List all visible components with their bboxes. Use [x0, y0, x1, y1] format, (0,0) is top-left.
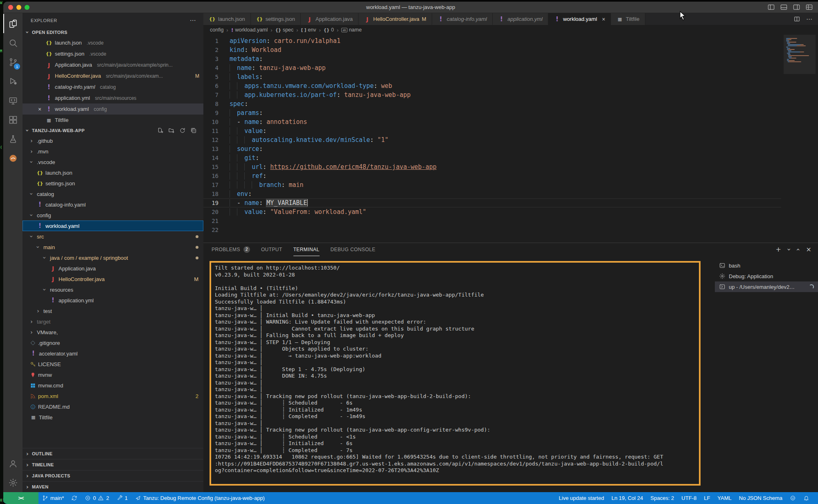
status-yaml[interactable]: YAML — [714, 495, 735, 501]
tree-item[interactable]: ›src — [23, 231, 203, 242]
tree-item[interactable]: ›.vscode — [23, 157, 203, 167]
code-line[interactable]: 2kind: Workload — [203, 45, 781, 54]
layout-grid-button[interactable] — [805, 3, 813, 11]
terminal-list-item[interactable]: Debug: Application — [715, 271, 818, 281]
tab-catalog-info-yaml[interactable]: !catalog-info.yaml — [432, 13, 493, 25]
panel-tab-problems[interactable]: PROBLEMS2 — [212, 243, 250, 256]
breadcrumb-item[interactable]: [ ]env — [301, 27, 316, 33]
activity-explorer-button[interactable] — [3, 14, 23, 33]
tree-item[interactable]: {}launch.json — [23, 167, 203, 178]
status-branch[interactable]: main* — [38, 492, 68, 504]
sidebar-section-java-projects[interactable]: ›JAVA PROJECTS — [23, 470, 203, 481]
new-folder-button[interactable] — [168, 127, 175, 134]
tab-application-java[interactable]: JApplication.java — [301, 13, 358, 25]
close-icon[interactable]: × — [602, 16, 605, 22]
tree-item[interactable]: mvnw — [23, 369, 203, 380]
terminal-output[interactable]: Tilt started on http://localhost:10350/ … — [215, 265, 695, 474]
open-editor-item[interactable]: ×JHelloController.javasrc/main/java/com/… — [23, 70, 203, 81]
close-icon[interactable]: × — [36, 106, 43, 112]
tree-item[interactable]: ›catalog — [23, 189, 203, 199]
more-actions-button[interactable]: ⋯ — [806, 16, 812, 23]
tree-item[interactable]: ›main — [23, 242, 203, 252]
activity-extensions-button[interactable] — [3, 110, 23, 129]
breadcrumb-item[interactable]: {}0 — [324, 27, 334, 33]
tree-item[interactable]: ›.mvn — [23, 146, 203, 157]
code-line[interactable]: 21 — [203, 216, 781, 225]
tab-settings-json[interactable]: {}settings.json — [251, 13, 301, 25]
status-ln-19-col-24[interactable]: Ln 19, Col 24 — [608, 495, 647, 501]
code-line[interactable]: 12 autoscaling.knative.dev/minScale: "1" — [203, 135, 781, 144]
tree-item[interactable]: ≡Tiltfile — [23, 412, 203, 423]
status-no-json-schema[interactable]: No JSON Schema — [735, 495, 786, 501]
tab-application-yml[interactable]: !application.yml — [493, 13, 548, 25]
code-line[interactable]: 7 app.kubernetes.io/part-of: tanzu-java-… — [203, 90, 781, 99]
code-line[interactable]: 8spec: — [203, 99, 781, 108]
breadcrumb-item[interactable]: abname — [341, 27, 362, 33]
sidebar-section-outline[interactable]: ›OUTLINE — [23, 448, 203, 459]
code-line[interactable]: 9 params: — [203, 108, 781, 117]
tree-item[interactable]: ›test — [23, 306, 203, 316]
project-section-header[interactable]: › TANZU-JAVA-WEB-APP — [23, 126, 203, 135]
code-line[interactable]: 20 value: "ValueFrom: workload.yaml" — [203, 207, 781, 216]
status-utf-8[interactable]: UTF-8 — [678, 495, 700, 501]
tab-workload-yaml[interactable]: !workload.yaml× — [548, 13, 611, 25]
tree-item[interactable]: ›VMware, — [23, 327, 203, 338]
status-spaces-2[interactable]: Spaces: 2 — [647, 495, 678, 501]
code-line[interactable]: 10 - name: annotations — [203, 117, 781, 126]
tree-item[interactable]: ›target — [23, 316, 203, 327]
status-feedback[interactable] — [786, 495, 800, 501]
activity-settings-button[interactable] — [3, 473, 23, 492]
minimap[interactable] — [786, 38, 811, 65]
refresh-button[interactable] — [179, 127, 186, 134]
open-editor-item[interactable]: ×JApplication.javasrc/main/java/com/exam… — [23, 59, 203, 70]
close-window-button[interactable] — [8, 5, 13, 10]
tab-hellocontroller-java[interactable]: JHelloController.javaM — [358, 13, 432, 25]
layout-panel-button[interactable] — [780, 3, 788, 11]
tree-item[interactable]: {}settings.json — [23, 178, 203, 189]
open-editor-item[interactable]: ×!workload.yamlconfig — [23, 104, 203, 115]
panel-tab-debug-console[interactable]: DEBUG CONSOLE — [331, 243, 376, 256]
open-editor-item[interactable]: ×≡Tiltfile — [23, 115, 203, 126]
breadcrumb-item[interactable]: {}spec — [275, 27, 294, 33]
tree-item[interactable]: .gitignore — [23, 338, 203, 348]
tree-item[interactable]: ›resources — [23, 284, 203, 295]
activity-testing-button[interactable] — [3, 129, 23, 148]
tree-item[interactable]: !workload.yaml — [23, 220, 203, 231]
tree-item[interactable]: README.md — [23, 401, 203, 412]
code-line[interactable]: 17 branch: main — [203, 180, 781, 189]
minimize-window-button[interactable] — [16, 5, 21, 10]
code-line[interactable]: 6 apps.tanzu.vmware.com/workload-type: w… — [203, 81, 781, 90]
status-lf[interactable]: LF — [700, 495, 714, 501]
code-line[interactable]: 18 env: — [203, 189, 781, 198]
tree-item[interactable]: ›java / com / example / springboot — [23, 252, 203, 263]
activity-accounts-button[interactable] — [3, 454, 23, 473]
status-sync[interactable] — [68, 492, 81, 504]
tab-launch-json[interactable]: {}launch.json — [203, 13, 251, 25]
tree-item[interactable]: JHelloController.javaM — [23, 274, 203, 284]
open-editors-header[interactable]: › OPEN EDITORS — [23, 27, 203, 37]
new-file-button[interactable] — [157, 127, 164, 134]
activity-remote-explorer-button[interactable] — [3, 91, 23, 110]
activity-run-debug-button[interactable] — [3, 72, 23, 91]
layout-sidebar-left-button[interactable] — [767, 3, 775, 11]
status-tanzu-debug[interactable]: Tanzu: Debug Remote Config (tanzu-java-w… — [131, 492, 268, 504]
code-line[interactable]: 3metadata: — [203, 54, 781, 63]
collapse-all-button[interactable] — [190, 127, 197, 134]
open-editor-item[interactable]: ×!catalog-info.yamlcatalog — [23, 81, 203, 92]
panel-tab-output[interactable]: OUTPUT — [261, 243, 282, 256]
terminal-list-item[interactable]: bash — [715, 260, 818, 271]
status-problems[interactable]: 02 — [81, 492, 113, 504]
code-line[interactable]: 4 name: tanzu-java-web-app — [203, 63, 781, 72]
activity-tanzu-extension-button[interactable] — [3, 148, 23, 168]
code-line[interactable]: 14 git: — [203, 153, 781, 162]
remote-indicator[interactable]: >< — [3, 492, 38, 504]
new-terminal-button[interactable]: + — [775, 246, 781, 253]
terminal-dropdown-button[interactable]: › — [786, 248, 792, 251]
breadcrumb-item[interactable]: config — [210, 27, 223, 33]
code-line[interactable]: 22 — [203, 225, 781, 234]
sidebar-section-timeline[interactable]: ›TIMELINE — [23, 459, 203, 470]
code-line[interactable]: 13 source: — [203, 144, 781, 153]
code-line[interactable]: 11 value: — [203, 126, 781, 135]
activity-search-button[interactable] — [3, 33, 23, 52]
status-tools[interactable]: 1 — [113, 492, 131, 504]
